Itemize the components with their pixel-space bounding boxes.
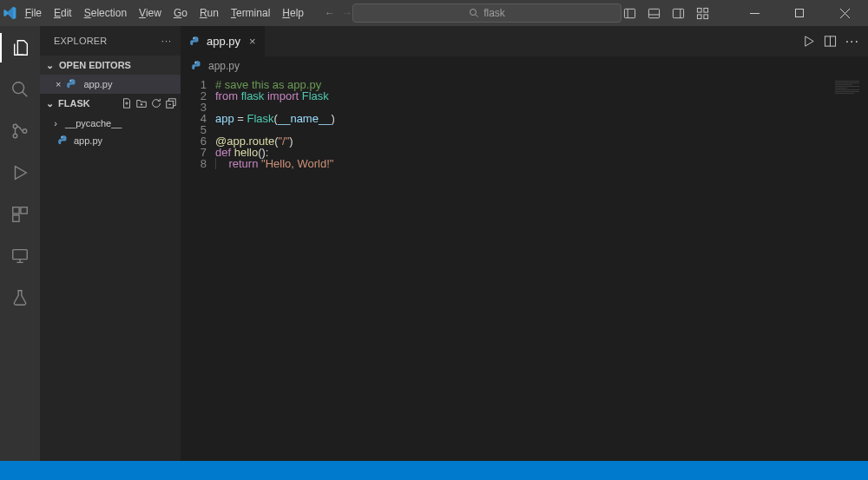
layout-sidebar-left-icon[interactable] [621, 5, 637, 21]
menu-selection[interactable]: Selection [79, 3, 132, 23]
python-file-icon [66, 78, 78, 90]
menu-bar: File Edit Selection View Go Run Terminal… [20, 3, 309, 23]
activity-scm-icon[interactable] [0, 116, 40, 146]
activity-remote-icon[interactable] [0, 241, 40, 271]
python-file-icon [191, 60, 203, 72]
activity-testing-icon[interactable] [0, 283, 40, 312]
customize-layout-icon[interactable] [694, 5, 710, 21]
title-bar: File Edit Selection View Go Run Terminal… [0, 0, 868, 26]
editor-more-icon[interactable]: ··· [845, 34, 859, 49]
code-editor[interactable]: 1234 5678 # save this as app.py from fla… [181, 76, 868, 461]
explorer-title: EXPLORER [54, 36, 108, 46]
activity-search-icon[interactable] [0, 75, 40, 104]
open-editor-item[interactable]: × app.py [40, 75, 181, 94]
menu-go[interactable]: Go [168, 3, 193, 23]
python-file-icon [189, 36, 201, 48]
vscode-logo-icon [0, 6, 20, 20]
close-editor-icon[interactable]: × [56, 79, 61, 89]
menu-view[interactable]: View [134, 3, 167, 23]
breadcrumb[interactable]: app.py [181, 56, 868, 76]
tab-app-py[interactable]: app.py × [181, 26, 266, 56]
svg-rect-15 [13, 215, 19, 221]
tree-file-app[interactable]: app.py [40, 132, 181, 149]
tab-close-icon[interactable]: × [249, 35, 256, 48]
python-file-icon [57, 135, 69, 147]
activity-bar [0, 26, 40, 461]
tab-bar: app.py × ··· [181, 26, 868, 56]
svg-point-17 [70, 80, 71, 81]
search-placeholder: flask [483, 7, 505, 19]
svg-point-11 [13, 134, 17, 138]
window-minimize-button[interactable] [736, 0, 773, 26]
menu-terminal[interactable]: Terminal [226, 3, 275, 23]
new-folder-icon[interactable] [135, 97, 148, 109]
tree-folder-label: __pycache__ [65, 118, 122, 128]
svg-rect-3 [673, 9, 683, 17]
svg-point-19 [62, 136, 62, 137]
line-number-gutter: 1234 5678 [181, 76, 215, 461]
window-maximize-button[interactable] [781, 0, 818, 26]
new-file-icon[interactable] [121, 97, 133, 109]
layout-sidebar-right-icon[interactable] [670, 5, 686, 21]
layout-panel-icon[interactable] [646, 5, 661, 21]
svg-rect-6 [697, 14, 701, 18]
svg-rect-13 [13, 207, 19, 214]
svg-rect-4 [697, 8, 701, 12]
svg-rect-16 [13, 250, 28, 260]
refresh-icon[interactable] [150, 97, 162, 109]
nav-back-icon[interactable]: ← [325, 7, 335, 19]
run-file-icon[interactable] [802, 35, 815, 48]
svg-point-10 [13, 124, 17, 128]
tree-file-label: app.py [74, 135, 102, 146]
activity-extensions-icon[interactable] [0, 200, 40, 229]
svg-rect-14 [21, 207, 27, 214]
menu-edit[interactable]: Edit [49, 3, 77, 23]
svg-point-22 [195, 62, 196, 62]
svg-point-20 [194, 37, 194, 38]
nav-fwd-icon[interactable]: → [342, 7, 352, 19]
svg-point-0 [470, 10, 477, 16]
menu-help[interactable]: Help [277, 3, 309, 23]
svg-rect-1 [624, 9, 635, 17]
svg-rect-5 [703, 8, 707, 12]
code-lines: # save this as app.py from flask import … [215, 76, 335, 461]
tree-folder-pycache[interactable]: › __pycache__ [40, 115, 181, 132]
svg-point-12 [23, 129, 27, 134]
activity-explorer-icon[interactable] [0, 33, 40, 62]
open-editor-filename: app.py [83, 79, 112, 89]
editor-group: app.py × ··· app.py 1234 5678 [181, 26, 868, 461]
status-bar[interactable] [0, 461, 868, 480]
window-close-button[interactable] [826, 0, 863, 26]
svg-rect-7 [703, 14, 707, 18]
explorer-sidebar: EXPLORER ··· ⌄ OPEN EDITORS × app.py ⌄ F… [40, 26, 181, 461]
open-editors-label: OPEN EDITORS [59, 60, 131, 70]
tab-label: app.py [207, 35, 240, 48]
command-center[interactable]: flask [352, 3, 621, 23]
svg-point-9 [13, 82, 24, 94]
menu-run[interactable]: Run [194, 3, 224, 23]
explorer-more-icon[interactable]: ··· [161, 36, 172, 46]
file-tree: › __pycache__ app.py [40, 113, 181, 149]
collapse-all-icon[interactable] [165, 97, 177, 109]
project-section[interactable]: ⌄ FLASK [40, 94, 181, 113]
svg-rect-8 [796, 10, 804, 17]
chevron-right-icon: › [50, 118, 61, 128]
svg-rect-2 [648, 9, 659, 17]
chevron-down-icon: ⌄ [43, 60, 56, 71]
activity-debug-icon[interactable] [0, 158, 40, 187]
minimap[interactable] [835, 81, 859, 102]
project-label: FLASK [58, 98, 90, 108]
chevron-down-icon: ⌄ [43, 98, 56, 109]
open-editors-section[interactable]: ⌄ OPEN EDITORS [40, 56, 181, 75]
breadcrumb-file: app.py [208, 60, 240, 72]
menu-file[interactable]: File [20, 3, 47, 23]
split-editor-icon[interactable] [824, 35, 837, 48]
